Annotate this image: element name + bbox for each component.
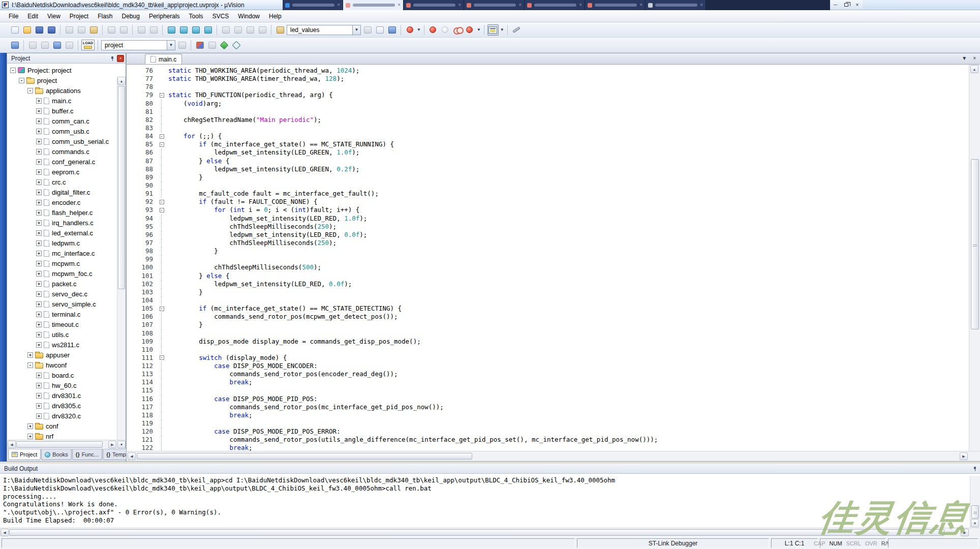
menu-help[interactable]: Help [264, 11, 286, 21]
scroll-left-icon[interactable]: ◀ [8, 441, 16, 448]
menu-svcs[interactable]: SVCS [208, 11, 234, 21]
tree-item-comm-usb-serial-c[interactable]: +comm_usb_serial.c [7, 136, 126, 146]
tree-expander-icon[interactable]: + [36, 312, 42, 317]
find-combobox[interactable]: led_values ▼ [287, 25, 361, 35]
pack-installer-button[interactable] [231, 40, 242, 51]
incremental-find-button[interactable] [374, 24, 385, 36]
prev-bookmark-button[interactable] [178, 24, 189, 36]
insert-bookmark-button[interactable] [166, 24, 177, 36]
pin-button[interactable] [971, 465, 978, 472]
scrollbar-thumb[interactable] [971, 505, 979, 518]
menu-window[interactable]: Window [233, 11, 264, 21]
translate-button[interactable] [27, 40, 38, 51]
chevron-down-icon[interactable]: ▼ [352, 25, 360, 35]
batch-build-button[interactable] [64, 40, 75, 51]
menu-project[interactable]: Project [65, 11, 93, 21]
tree-expander-icon[interactable]: + [36, 210, 42, 216]
tab-close-icon[interactable]: × [397, 3, 401, 8]
menu-view[interactable]: View [43, 11, 65, 21]
chevron-down-icon[interactable]: ▼ [477, 27, 481, 32]
fold-margin[interactable]: - [158, 206, 165, 214]
browser-tab-6[interactable]: × [585, 0, 646, 10]
disable-breakpoint-button[interactable] [440, 24, 451, 36]
tree-item-comm-can-c[interactable]: +comm_can.c [7, 116, 126, 126]
scroll-left-icon[interactable]: ◀ [1, 529, 9, 536]
browser-tab-2-active[interactable]: × [343, 0, 404, 10]
tree-item-conf[interactable]: +conf [7, 421, 126, 431]
tree-expander-icon[interactable]: + [36, 169, 42, 175]
tree-expander-icon[interactable]: - [27, 362, 33, 368]
tab-close-icon[interactable]: × [337, 3, 340, 8]
rebuild-button[interactable] [51, 40, 63, 51]
tab-close-icon[interactable]: × [700, 3, 703, 8]
menu-file[interactable]: File [4, 11, 23, 21]
fold-margin[interactable]: - [158, 140, 165, 148]
tree-expander-icon[interactable]: + [36, 200, 42, 205]
save-all-button[interactable] [46, 24, 57, 36]
tree-item-hw-60-c[interactable]: +hw_60.c [7, 380, 126, 390]
minimize-button[interactable]: ─ [830, 0, 841, 10]
tree-expander-icon[interactable]: + [36, 281, 42, 287]
navigate-forward-button[interactable] [148, 24, 159, 36]
scrollbar-thumb[interactable] [137, 453, 472, 460]
code-editor[interactable]: 76static THD_WORKING_AREA(periodic_threa… [127, 65, 969, 451]
clear-bookmarks-button[interactable] [202, 24, 213, 36]
file-extensions-button[interactable] [194, 40, 205, 51]
tree-item-eeprom-c[interactable]: +eeprom.c [7, 167, 126, 177]
tree-horizontal-scrollbar[interactable]: ◀ ▶ ▼ [7, 440, 126, 449]
scrollbar-thumb[interactable] [118, 86, 125, 289]
tree-item-mcpwm-foc-c[interactable]: +mcpwm_foc.c [7, 268, 126, 279]
tree-expander-icon[interactable]: + [36, 179, 42, 185]
copy-button[interactable] [76, 24, 87, 36]
build-output-vertical-scrollbar[interactable]: ▼ [970, 476, 980, 528]
tree-expander-icon[interactable]: + [27, 434, 33, 439]
paste-button[interactable] [88, 24, 99, 36]
tree-expander-icon[interactable]: + [36, 393, 42, 399]
find-button[interactable] [362, 24, 373, 36]
scroll-down-icon[interactable]: ▼ [117, 441, 126, 448]
tree-expander-icon[interactable]: + [36, 383, 42, 388]
tab-books[interactable]: Books [41, 449, 72, 460]
navigate-back-button[interactable] [136, 24, 147, 36]
comment-button[interactable] [244, 24, 256, 36]
start-debug-button[interactable] [9, 40, 20, 51]
uncomment-button[interactable] [257, 24, 268, 36]
tree-item-utils-c[interactable]: +utils.c [7, 329, 126, 340]
fold-margin[interactable]: - [158, 198, 165, 206]
tree-expander-icon[interactable]: - [19, 78, 24, 83]
tab-close-icon[interactable]: × [639, 3, 642, 8]
scrollbar-thumb[interactable] [971, 159, 979, 329]
fold-margin[interactable]: - [158, 132, 165, 140]
tree-expander-icon[interactable]: - [10, 68, 16, 73]
fold-margin[interactable]: - [158, 91, 165, 99]
tree-expander-icon[interactable]: + [36, 332, 42, 338]
tree-item-ledpwm-c[interactable]: +ledpwm.c [7, 238, 126, 248]
close-button[interactable]: × [852, 0, 863, 10]
chevron-down-icon[interactable]: ▼ [167, 41, 175, 50]
tree-item-mc-interface-c[interactable]: +mc_interface.c [7, 248, 126, 258]
tree-item-appuser[interactable]: +appuser [7, 350, 126, 360]
fold-margin[interactable]: - [158, 304, 165, 313]
tree-item-applications[interactable]: -applications [7, 85, 126, 96]
tab-close-icon[interactable]: × [579, 3, 582, 8]
open-file-button[interactable] [21, 24, 33, 36]
indent-button[interactable] [232, 24, 243, 36]
tab-close-icon[interactable]: × [518, 3, 522, 8]
tree-expander-icon[interactable]: + [27, 423, 33, 429]
undo-button[interactable] [106, 24, 117, 36]
tree-expander-icon[interactable]: + [36, 240, 42, 246]
tree-expander-icon[interactable]: + [36, 108, 42, 114]
restore-button[interactable] [841, 0, 851, 10]
select-folders-button[interactable] [206, 40, 218, 51]
tree-item-conf-general-c[interactable]: +conf_general.c [7, 157, 126, 167]
tree-item-flash-helper-c[interactable]: +flash_helper.c [7, 207, 126, 218]
tree-expander-icon[interactable]: + [36, 373, 42, 378]
tree-expander-icon[interactable]: + [36, 118, 42, 124]
tree-expander-icon[interactable]: + [36, 403, 42, 409]
tree-expander-icon[interactable]: + [36, 413, 42, 419]
tab-functions[interactable]: {}Func... [72, 449, 102, 460]
scroll-up-icon[interactable]: ▲ [117, 77, 126, 85]
target-select-combobox[interactable]: project ▼ [101, 40, 175, 50]
options-for-target-button[interactable] [176, 40, 188, 51]
tree-item-servo-dec-c[interactable]: +servo_dec.c [7, 289, 126, 299]
